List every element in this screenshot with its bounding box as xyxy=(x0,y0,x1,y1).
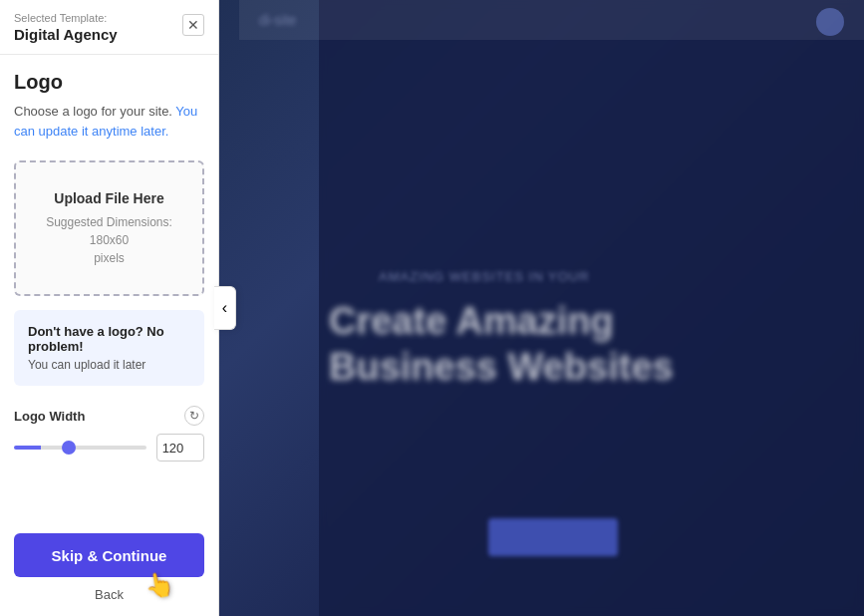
logo-width-slider[interactable] xyxy=(14,446,146,450)
bg-cta-button xyxy=(488,518,618,556)
width-refresh-button[interactable]: ↻ xyxy=(184,406,204,426)
logo-width-section: Logo Width ↻ xyxy=(14,406,204,462)
no-logo-text: You can upload it later xyxy=(28,358,190,372)
sidebar-footer: Skip & Continue Back xyxy=(0,521,218,616)
collapse-panel-button[interactable]: ‹ xyxy=(214,286,236,330)
upload-hint-line1: Suggested Dimensions: 180x60 xyxy=(46,215,172,247)
desc-text: Choose a logo for your site. xyxy=(14,104,175,119)
sidebar-panel: Selected Template: Digital Agency ✕ Logo… xyxy=(0,0,219,616)
skip-continue-button[interactable]: Skip & Continue xyxy=(14,533,204,577)
logo-section-title: Logo xyxy=(14,71,204,94)
bg-heading: Create Amazing Business Websites xyxy=(329,299,777,390)
skip-continue-label: Skip & Continue xyxy=(52,547,167,564)
no-logo-info-box: Don't have a logo? No problem! You can u… xyxy=(14,310,204,386)
upload-area[interactable]: Upload File Here Suggested Dimensions: 1… xyxy=(14,160,204,296)
template-info: Selected Template: Digital Agency xyxy=(14,12,118,44)
width-label: Logo Width xyxy=(14,409,85,424)
template-name: Digital Agency xyxy=(14,26,118,43)
selected-template-label: Selected Template: xyxy=(14,12,118,24)
logo-width-value-input[interactable] xyxy=(156,434,204,462)
close-button[interactable]: ✕ xyxy=(182,14,204,36)
back-button[interactable]: Back xyxy=(95,587,124,602)
sidebar-content: Logo Choose a logo for your site. You ca… xyxy=(0,55,218,521)
no-logo-text-before: You can upload it later xyxy=(28,358,145,372)
logo-section-desc: Choose a logo for your site. You can upd… xyxy=(14,102,204,141)
no-logo-title: Don't have a logo? No problem! xyxy=(28,324,190,354)
upload-label: Upload File Here xyxy=(30,190,188,206)
chevron-left-icon: ‹ xyxy=(222,299,227,317)
bg-topbar-text: di-site xyxy=(259,12,296,28)
refresh-icon: ↻ xyxy=(189,409,199,423)
sidebar-header: Selected Template: Digital Agency ✕ xyxy=(0,0,218,55)
width-label-row: Logo Width ↻ xyxy=(14,406,204,426)
bg-topbar: di-site xyxy=(239,0,864,40)
close-icon: ✕ xyxy=(187,17,199,33)
slider-row xyxy=(14,434,204,462)
upload-hint-line2: pixels xyxy=(94,251,125,265)
bg-subtext: AMAZING WEBSITES IN YOUR xyxy=(379,269,590,284)
bg-avatar xyxy=(816,8,844,36)
